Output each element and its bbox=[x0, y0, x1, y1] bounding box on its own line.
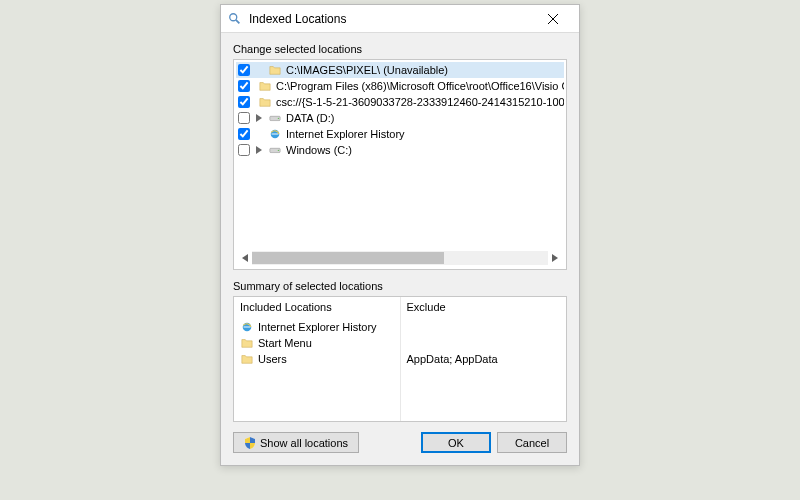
svg-marker-11 bbox=[242, 254, 248, 262]
show-all-locations-button[interactable]: Show all locations bbox=[233, 432, 359, 453]
svg-marker-8 bbox=[256, 146, 262, 154]
included-row[interactable]: Internet Explorer History bbox=[240, 319, 394, 335]
location-checkbox[interactable] bbox=[238, 80, 250, 92]
drive-icon bbox=[268, 143, 282, 157]
scroll-thumb[interactable] bbox=[252, 252, 444, 264]
window-title: Indexed Locations bbox=[249, 12, 533, 26]
locations-tree[interactable]: C:\IMAGES\PIXEL\ (Unavailable)C:\Program… bbox=[236, 62, 564, 267]
tree-item[interactable]: C:\IMAGES\PIXEL\ (Unavailable) bbox=[236, 62, 564, 78]
exclude-row bbox=[407, 335, 561, 351]
close-button[interactable] bbox=[533, 5, 573, 33]
ie-icon bbox=[268, 127, 282, 141]
scroll-track[interactable] bbox=[252, 251, 548, 265]
scroll-right-arrow[interactable] bbox=[548, 251, 562, 265]
tree-item-label: Internet Explorer History bbox=[286, 128, 405, 140]
folder-icon bbox=[268, 63, 282, 77]
included-label: Internet Explorer History bbox=[258, 321, 377, 333]
tree-item-label: Windows (C:) bbox=[286, 144, 352, 156]
dialog-body: Change selected locations C:\IMAGES\PIXE… bbox=[221, 33, 579, 465]
location-checkbox[interactable] bbox=[238, 144, 250, 156]
included-column: Included Locations Internet Explorer His… bbox=[234, 297, 401, 421]
location-checkbox[interactable] bbox=[238, 128, 250, 140]
titlebar[interactable]: Indexed Locations bbox=[221, 5, 579, 33]
expand-arrow[interactable] bbox=[254, 114, 264, 122]
uac-shield-icon bbox=[244, 437, 256, 449]
indexed-locations-dialog: Indexed Locations Change selected locati… bbox=[220, 4, 580, 466]
expand-arrow[interactable] bbox=[254, 146, 264, 154]
tree-item-label: C:\Program Files (x86)\Microsoft Office\… bbox=[276, 80, 564, 92]
included-header: Included Locations bbox=[240, 301, 394, 313]
cancel-button[interactable]: Cancel bbox=[497, 432, 567, 453]
drive-icon bbox=[268, 111, 282, 125]
exclude-header: Exclude bbox=[407, 301, 561, 313]
tree-item[interactable]: Windows (C:) bbox=[236, 142, 564, 158]
ok-button[interactable]: OK bbox=[421, 432, 491, 453]
location-checkbox[interactable] bbox=[238, 112, 250, 124]
tree-item[interactable]: C:\Program Files (x86)\Microsoft Office\… bbox=[236, 78, 564, 94]
location-checkbox[interactable] bbox=[238, 96, 250, 108]
ie-icon bbox=[240, 320, 254, 334]
dialog-footer: Show all locations OK Cancel bbox=[233, 432, 567, 453]
svg-point-10 bbox=[278, 150, 279, 151]
included-label: Start Menu bbox=[258, 337, 312, 349]
change-locations-label: Change selected locations bbox=[233, 43, 567, 55]
svg-point-6 bbox=[278, 118, 279, 119]
exclude-row: AppData; AppData bbox=[407, 351, 561, 367]
tree-item[interactable]: csc://{S-1-5-21-3609033728-2333912460-24… bbox=[236, 94, 564, 110]
tree-item[interactable]: DATA (D:) bbox=[236, 110, 564, 126]
locations-tree-box: C:\IMAGES\PIXEL\ (Unavailable)C:\Program… bbox=[233, 59, 567, 270]
folder-icon bbox=[240, 352, 254, 366]
folder-icon bbox=[240, 336, 254, 350]
scroll-left-arrow[interactable] bbox=[238, 251, 252, 265]
svg-line-1 bbox=[236, 19, 240, 23]
tree-item[interactable]: Internet Explorer History bbox=[236, 126, 564, 142]
svg-marker-4 bbox=[256, 114, 262, 122]
included-row[interactable]: Start Menu bbox=[240, 335, 394, 351]
folder-icon bbox=[258, 95, 272, 109]
tree-item-label: DATA (D:) bbox=[286, 112, 334, 124]
exclude-column: Exclude AppData; AppData bbox=[401, 297, 567, 421]
exclude-row bbox=[407, 319, 561, 335]
summary-label: Summary of selected locations bbox=[233, 280, 567, 292]
svg-point-0 bbox=[230, 13, 237, 20]
exclude-label: AppData; AppData bbox=[407, 353, 498, 365]
included-row[interactable]: Users bbox=[240, 351, 394, 367]
show-all-label: Show all locations bbox=[260, 437, 348, 449]
folder-icon bbox=[258, 79, 272, 93]
tree-item-label: csc://{S-1-5-21-3609033728-2333912460-24… bbox=[276, 96, 564, 108]
horizontal-scrollbar[interactable] bbox=[238, 251, 562, 265]
search-index-icon bbox=[227, 11, 243, 27]
included-label: Users bbox=[258, 353, 287, 365]
svg-marker-12 bbox=[552, 254, 558, 262]
tree-item-label: C:\IMAGES\PIXEL\ (Unavailable) bbox=[286, 64, 448, 76]
summary-box: Included Locations Internet Explorer His… bbox=[233, 296, 567, 422]
location-checkbox[interactable] bbox=[238, 64, 250, 76]
